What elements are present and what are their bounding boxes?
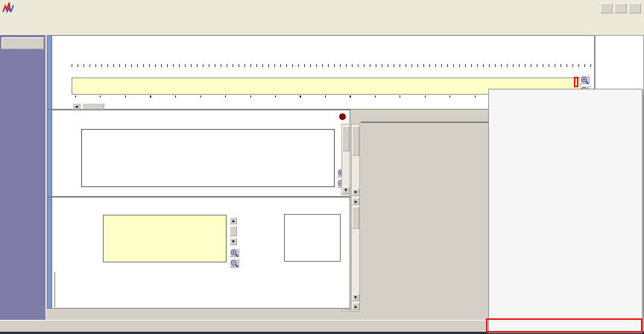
zoom-in-button[interactable] bbox=[230, 248, 239, 257]
zoom-in-button[interactable] bbox=[580, 75, 590, 84]
time-ruler[interactable] bbox=[72, 57, 593, 67]
qualitative-sidebar bbox=[0, 35, 46, 321]
minimize-button[interactable] bbox=[600, 3, 613, 13]
xic-chromatogram-plot[interactable] bbox=[103, 215, 227, 262]
table-scrollbar[interactable]: ▼ ▲ ▼ ▲ bbox=[351, 124, 360, 312]
panel-select-strip[interactable] bbox=[48, 36, 52, 109]
xic-mini-scrollbar[interactable]: ▲ ▼ bbox=[230, 217, 240, 268]
panel-select-strip[interactable] bbox=[48, 110, 52, 196]
cursor-tooltip bbox=[537, 78, 578, 86]
gcms-analysis-window: ◄ ▼ ▲ ▼ ▲ ▼ ▲ bbox=[0, 0, 644, 334]
toolbar bbox=[0, 16, 644, 36]
xic-panel: ▲ ▼ bbox=[47, 197, 350, 309]
scroll-left-button[interactable]: ◄ bbox=[72, 103, 80, 110]
tic-x-axis bbox=[75, 95, 508, 98]
scroll-thumb[interactable] bbox=[82, 103, 104, 110]
calibration-plot[interactable] bbox=[284, 214, 341, 262]
restore-button[interactable] bbox=[614, 3, 627, 13]
record-dot-icon bbox=[339, 113, 346, 120]
menu-bar bbox=[0, 0, 644, 16]
tic-horizontal-scrollbar[interactable]: ◄ bbox=[72, 103, 221, 110]
table-context-menu bbox=[488, 89, 643, 333]
mass-spectrum-panel bbox=[47, 110, 350, 197]
close-button[interactable] bbox=[628, 3, 641, 13]
mass-spectrum-plot[interactable] bbox=[81, 129, 335, 187]
window-controls bbox=[600, 3, 641, 13]
sidebar-title bbox=[1, 37, 44, 49]
ion-table bbox=[54, 272, 277, 307]
panel-select-strip[interactable] bbox=[48, 198, 52, 308]
zoom-out-button[interactable] bbox=[230, 259, 239, 268]
spectrum-scrollbar[interactable]: ▼ bbox=[341, 124, 350, 195]
app-icon bbox=[2, 2, 14, 14]
